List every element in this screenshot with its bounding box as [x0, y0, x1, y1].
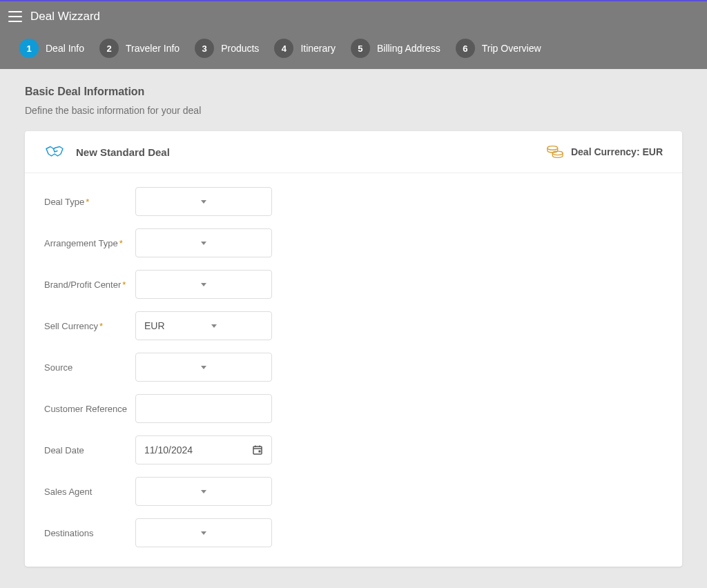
step-itinerary[interactable]: 4 Itinerary	[274, 39, 336, 58]
handshake-icon	[44, 144, 65, 160]
step-label: Trip Overview	[482, 43, 541, 54]
chevron-down-icon	[201, 531, 206, 535]
section-title: Basic Deal Information	[25, 86, 682, 98]
step-deal-info[interactable]: 1 Deal Info	[19, 39, 84, 58]
chevron-down-icon	[201, 283, 206, 286]
content: Basic Deal Information Define the basic …	[0, 69, 707, 583]
calendar-icon	[252, 444, 263, 455]
step-number: 4	[274, 39, 293, 58]
deal-card: New Standard Deal Deal Currency: EUR Dea…	[25, 131, 682, 567]
coins-icon	[546, 144, 564, 160]
chevron-down-icon	[201, 490, 206, 493]
section-description: Define the basic information for your de…	[25, 105, 682, 116]
chevron-down-icon	[201, 366, 206, 369]
row-deal-type: Deal Type*	[44, 187, 663, 216]
step-label: Billing Address	[377, 43, 440, 54]
row-deal-date: Deal Date 11/10/2024	[44, 435, 663, 464]
chevron-down-icon	[211, 324, 217, 328]
label-brand-profit-center: Brand/Profit Center*	[44, 280, 135, 290]
row-arrangement-type: Arrangement Type*	[44, 228, 663, 257]
select-sales-agent[interactable]	[135, 477, 272, 506]
label-customer-reference: Customer Reference	[44, 404, 135, 414]
step-label: Products	[221, 43, 259, 54]
input-deal-date[interactable]: 11/10/2024	[135, 435, 272, 464]
step-traveler-info[interactable]: 2 Traveler Info	[99, 39, 180, 58]
step-number: 1	[19, 39, 39, 58]
deal-currency-label: Deal Currency: EUR	[571, 146, 663, 157]
step-billing-address[interactable]: 5 Billing Address	[351, 39, 440, 58]
card-header: New Standard Deal Deal Currency: EUR	[25, 131, 682, 173]
step-trip-overview[interactable]: 6 Trip Overview	[456, 39, 541, 58]
select-deal-type[interactable]	[135, 187, 272, 216]
step-label: Itinerary	[300, 43, 336, 54]
header-top: Deal Wizzard	[0, 1, 707, 32]
step-label: Deal Info	[46, 43, 84, 54]
card-body: Deal Type* Arrangement Type* Brand/Profi…	[25, 173, 682, 567]
card-header-right: Deal Currency: EUR	[546, 144, 663, 160]
label-deal-type: Deal Type*	[44, 197, 135, 207]
header: Deal Wizzard 1 Deal Info 2 Traveler Info…	[0, 0, 707, 69]
row-sales-agent: Sales Agent	[44, 477, 663, 506]
select-value: EUR	[144, 320, 165, 331]
step-label: Traveler Info	[126, 43, 180, 54]
step-number: 6	[456, 39, 475, 58]
label-destinations: Destinations	[44, 528, 135, 538]
chevron-down-icon	[201, 242, 206, 245]
step-number: 5	[351, 39, 370, 58]
footer: BACK NEXT RESUME LATER CANCEL	[0, 583, 707, 588]
step-number: 3	[195, 39, 214, 58]
card-header-left: New Standard Deal	[44, 144, 170, 160]
select-source[interactable]	[135, 353, 272, 382]
select-destinations[interactable]	[135, 518, 272, 547]
page-title: Deal Wizzard	[30, 10, 100, 23]
label-sell-currency: Sell Currency*	[44, 321, 135, 331]
select-brand-profit-center[interactable]	[135, 270, 272, 299]
row-customer-reference: Customer Reference	[44, 394, 663, 423]
menu-icon[interactable]	[8, 11, 22, 22]
row-brand-profit-center: Brand/Profit Center*	[44, 270, 663, 299]
row-source: Source	[44, 353, 663, 382]
card-title: New Standard Deal	[76, 146, 170, 158]
input-customer-reference[interactable]	[135, 394, 272, 423]
chevron-down-icon	[201, 200, 206, 204]
label-sales-agent: Sales Agent	[44, 487, 135, 497]
select-sell-currency[interactable]: EUR	[135, 311, 272, 340]
svg-point-1	[552, 151, 563, 155]
date-value: 11/10/2024	[144, 444, 193, 455]
row-sell-currency: Sell Currency* EUR	[44, 311, 663, 340]
label-deal-date: Deal Date	[44, 445, 135, 455]
step-products[interactable]: 3 Products	[195, 39, 259, 58]
select-arrangement-type[interactable]	[135, 228, 272, 257]
step-number: 2	[99, 39, 119, 58]
wizard-steps: 1 Deal Info 2 Traveler Info 3 Products 4…	[0, 32, 707, 69]
svg-point-0	[548, 146, 558, 150]
row-destinations: Destinations	[44, 518, 663, 547]
label-arrangement-type: Arrangement Type*	[44, 238, 135, 248]
label-source: Source	[44, 362, 135, 373]
svg-rect-6	[259, 451, 261, 453]
